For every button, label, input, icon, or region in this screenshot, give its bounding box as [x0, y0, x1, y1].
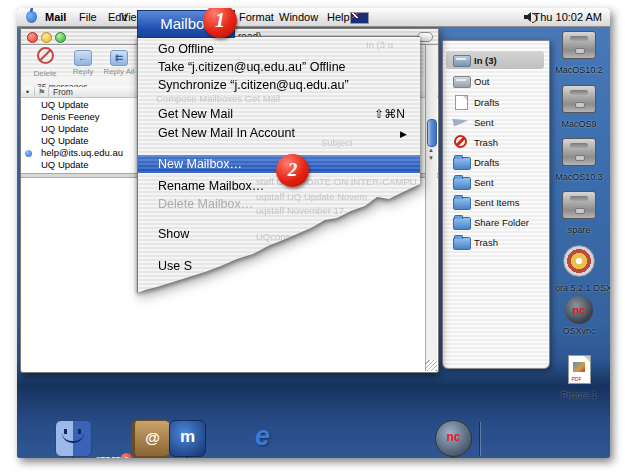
drawer-item-drafts-folder[interactable]: Drafts — [446, 153, 544, 171]
message-row[interactable]: UQ Update — [21, 123, 137, 135]
pdf-thumbnail — [573, 362, 585, 372]
menubar-window[interactable]: Window — [279, 11, 318, 23]
delete-button[interactable]: Delete — [25, 47, 65, 78]
zoom-button[interactable] — [55, 32, 66, 43]
hard-drive-icon — [562, 85, 596, 113]
menu-item-get-new-mail[interactable]: Get New Mail ⇧⌘N — [138, 106, 421, 122]
pdf-label: PDF — [572, 376, 582, 382]
menu-item-get-new-mail-in-account[interactable]: Get New Mail In Account ▶ — [138, 125, 421, 141]
dock-address-book-icon[interactable]: @ — [131, 420, 171, 457]
message-row[interactable]: Denis Feeney — [21, 111, 137, 123]
menu-item-label: Synchronize “j.citizen@uq.edu.au” — [158, 77, 349, 93]
drawer-item-sent-folder[interactable]: Sent — [446, 173, 544, 191]
minimize-button[interactable] — [41, 32, 52, 43]
submenu-arrow-icon: ▶ — [400, 126, 407, 142]
menu-shortcut: ⇧⌘N — [374, 106, 405, 122]
running-indicator — [107, 457, 115, 458]
menu-item-label: New Mailbox… — [158, 155, 242, 173]
menu-item-synchronize[interactable]: Synchronize “j.citizen@uq.edu.au” — [138, 77, 421, 93]
drawer-item-label: Out — [474, 76, 489, 87]
mailbox-drawer: In (3) Out Drafts Sent Trash Drafts — [442, 40, 550, 369]
dock-finder-icon[interactable] — [55, 420, 92, 457]
menubar-mail[interactable]: Mail — [45, 11, 66, 23]
resize-grip[interactable] — [426, 360, 437, 371]
close-button[interactable] — [27, 32, 38, 43]
folder-icon — [453, 157, 471, 170]
apple-menu-icon[interactable] — [26, 11, 37, 23]
desktop-icon-macos9[interactable]: MacOS9 — [555, 85, 603, 129]
menu-item-take-offline[interactable]: Take “j.citizen@uq.edu.au” Offline — [138, 59, 421, 75]
drawer-item-drafts[interactable]: Drafts — [446, 93, 544, 111]
desktop-icon-macos103[interactable]: MacOS10.3 — [555, 138, 603, 182]
message-row[interactable]: UQ Update — [21, 99, 137, 111]
folder-icon — [453, 177, 471, 190]
sender: UQ Update — [41, 123, 89, 135]
menu-item-use[interactable]: Use S — [138, 258, 421, 274]
scrollbar-thumb[interactable] — [427, 119, 437, 147]
inbox-tray-icon — [453, 55, 471, 67]
dock-internet-explorer-icon[interactable]: e — [245, 420, 280, 455]
message-row[interactable]: help@its.uq.edu.au — [21, 147, 137, 159]
hard-drive-icon — [562, 191, 596, 219]
out-tray-icon — [453, 76, 471, 88]
desktop-icon-eudora-cd[interactable]: ora 5.2.1 OSX — [555, 245, 603, 293]
unread-dot-icon — [25, 150, 32, 157]
desktop-icon-label: spare — [555, 225, 603, 235]
drawer-item-in[interactable]: In (3) — [446, 51, 544, 69]
dock: 3 @ m e nc — [55, 420, 92, 458]
cd-disc-icon — [563, 245, 595, 277]
menu-item-go-offline[interactable]: Go Offline — [138, 41, 421, 57]
reply-all-icon: ⇇ — [110, 50, 128, 66]
drawer-item-label: Sent Items — [474, 197, 519, 208]
reply-button[interactable]: ← Reply — [63, 47, 103, 76]
desktop-icon-spare[interactable]: spare — [555, 191, 603, 235]
drawer-item-sent-items[interactable]: Sent Items — [446, 193, 544, 211]
status-column-header[interactable]: • — [26, 87, 29, 97]
column-divider — [48, 87, 49, 97]
input-language-flag-icon[interactable] — [350, 12, 369, 24]
sender: help@its.uq.edu.au — [41, 147, 123, 159]
menu-item-show[interactable]: Show — [138, 226, 421, 242]
callout-step-2: 2 — [276, 154, 309, 187]
drawer-item-label: Drafts — [474, 97, 499, 108]
menubar-view[interactable]: Vie — [121, 11, 137, 23]
message-row[interactable]: UQ Update — [21, 159, 137, 171]
desktop-icon-label: MacOS9 — [555, 119, 603, 129]
sender: UQ Update — [41, 135, 89, 147]
desktop-icon-picture1[interactable]: PDF Picture 1 — [555, 355, 603, 400]
drawer-item-label: Trash — [474, 137, 498, 148]
scroll-down-arrow[interactable]: ▼ — [428, 155, 434, 161]
drawer-item-sent[interactable]: Sent — [446, 113, 544, 131]
drawer-item-trash[interactable]: Trash — [446, 133, 544, 151]
menubar-file[interactable]: File — [79, 11, 97, 23]
menu-item-label: Take “j.citizen@uq.edu.au” Offline — [158, 59, 346, 75]
running-indicator — [183, 457, 191, 458]
drawer-item-trash-folder[interactable]: Trash — [446, 233, 544, 251]
from-column-header[interactable]: From — [53, 87, 73, 97]
menubar-format[interactable]: Format — [239, 11, 274, 23]
message-row[interactable]: UQ Update — [21, 135, 137, 147]
desktop-icon-macos102[interactable]: MacOS10.2 — [555, 31, 603, 75]
folder-icon — [453, 237, 471, 250]
dock-mozilla-icon[interactable]: m — [169, 420, 206, 457]
drawer-item-share-folder[interactable]: Share Folder — [446, 213, 544, 231]
drawer-item-out[interactable]: Out — [446, 72, 544, 90]
scroll-up-arrow[interactable]: ▲ — [428, 147, 434, 153]
menu-bar: Mail File Edit Vie Format Window Help Th… — [17, 8, 610, 27]
menu-item-label: Delete Mailbox… — [158, 196, 253, 212]
running-indicator — [449, 457, 457, 458]
folder-icon — [453, 197, 471, 210]
drawer-item-label: Drafts — [474, 157, 499, 168]
dock-osxvnc-icon[interactable]: nc — [435, 420, 472, 457]
menu-item-label: Use S — [158, 258, 192, 274]
menubar-help[interactable]: Help — [327, 11, 350, 23]
desktop-icon-label: MacOS10.2 — [555, 65, 603, 75]
paper-plane-icon — [452, 116, 468, 127]
desktop-icon-osxvnc[interactable]: nc OSXvnc — [555, 296, 603, 336]
flag-column-header[interactable]: ⚑ — [38, 87, 46, 97]
menubar-clock[interactable]: Thu 10:02 AM — [534, 11, 603, 23]
dock-divider — [479, 422, 480, 456]
pdf-document-icon: PDF — [568, 355, 591, 384]
vertical-scrollbar[interactable]: ▲ ▼ — [425, 45, 437, 371]
hard-drive-icon — [562, 138, 596, 166]
